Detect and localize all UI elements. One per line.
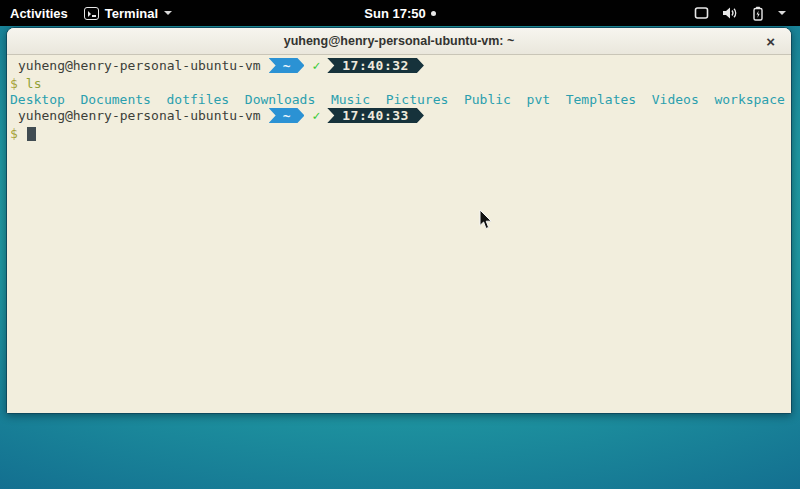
close-button[interactable]: × <box>766 28 775 55</box>
top-bar: Activities Terminal Sun 17:50 <box>0 0 800 26</box>
terminal-icon-chevron <box>88 11 91 17</box>
prompt-symbol: $ <box>10 126 18 141</box>
prompt-cwd-segment: ~ <box>269 58 305 73</box>
prompt-time: 17:40:33 <box>342 108 409 123</box>
prompt-time-segment: 17:40:33 <box>327 108 424 123</box>
terminal-cursor <box>27 127 36 141</box>
window-titlebar[interactable]: yuheng@henry-personal-ubuntu-vm: ~ × <box>7 28 791 55</box>
volume-icon <box>722 6 738 20</box>
prompt-time: 17:40:32 <box>342 58 409 73</box>
prompt-time-segment: 17:40:32 <box>327 58 424 73</box>
screen-icon <box>694 6 709 20</box>
top-bar-left: Activities Terminal <box>0 6 172 21</box>
prompt-user-host: yuheng@henry-personal-ubuntu-vm <box>18 108 261 123</box>
prompt-cwd: ~ <box>283 108 291 123</box>
prompt-user-host: yuheng@henry-personal-ubuntu-vm <box>18 58 261 73</box>
activities-button[interactable]: Activities <box>10 6 68 21</box>
prompt-cwd-segment: ~ <box>269 108 305 123</box>
chevron-down-icon <box>164 11 172 15</box>
clock-button[interactable]: Sun 17:50 <box>364 6 425 21</box>
terminal-prompt-line: yuheng@henry-personal-ubuntu-vm~✓17:40:3… <box>10 58 791 74</box>
app-menu-label: Terminal <box>105 6 158 21</box>
prompt-status-check-icon: ✓ <box>312 58 320 73</box>
typed-command: ls <box>26 76 42 91</box>
terminal-command-line: $ls <box>10 76 791 92</box>
terminal-input-line: $ <box>10 126 791 142</box>
prompt-symbol: $ <box>10 76 18 91</box>
battery-charging-icon <box>751 6 765 21</box>
terminal-window: yuheng@henry-personal-ubuntu-vm: ~ × yuh… <box>6 27 792 414</box>
app-menu-button[interactable]: Terminal <box>84 6 172 21</box>
chevron-down-icon <box>778 11 786 15</box>
prompt-cwd: ~ <box>283 58 291 73</box>
terminal-screen[interactable]: yuheng@henry-personal-ubuntu-vm~✓17:40:3… <box>7 55 791 413</box>
notification-dot-icon <box>431 11 436 16</box>
prompt-status-check-icon: ✓ <box>312 108 320 123</box>
terminal-prompt-line: yuheng@henry-personal-ubuntu-vm~✓17:40:3… <box>10 108 791 124</box>
terminal-icon-underscore <box>92 15 96 17</box>
ls-output-line: Desktop Documents dotfiles Downloads Mus… <box>10 92 791 108</box>
terminal-app-icon <box>84 7 99 20</box>
system-status-area[interactable] <box>694 6 800 21</box>
window-title: yuheng@henry-personal-ubuntu-vm: ~ <box>284 34 515 48</box>
